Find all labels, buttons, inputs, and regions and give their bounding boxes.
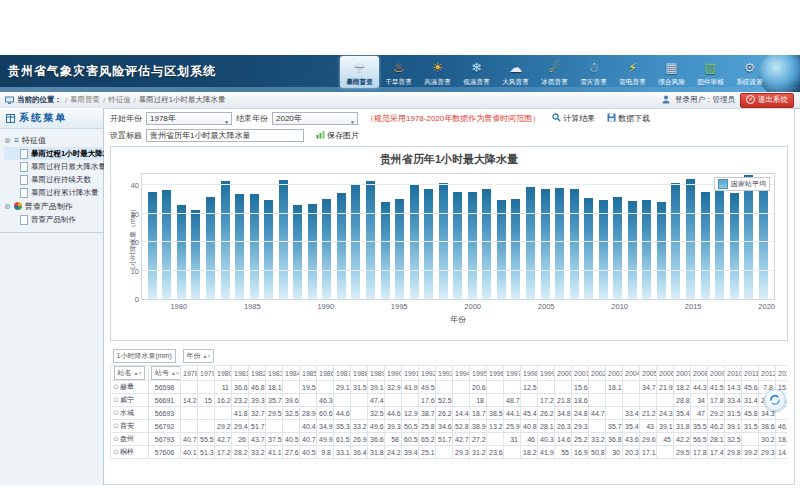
sidebar-item[interactable]: 普查产品制作 (4, 213, 103, 226)
year-column-header[interactable]: 1997 (504, 366, 521, 381)
radio-icon[interactable]: ⊙ (113, 435, 119, 442)
year-column-header[interactable]: 2003 (606, 366, 623, 381)
chart-bar-1996 (410, 185, 419, 299)
breadcrumb-item[interactable]: 暴雨过程1小时最大降水量 (139, 95, 226, 105)
start-year-select[interactable]: 1978年 ▼ (146, 112, 232, 125)
menu-group-1[interactable]: ⊛普查产品制作 (4, 199, 103, 213)
year-column-header[interactable]: 2001 (572, 366, 589, 381)
value-cell (487, 433, 504, 446)
year-column-header[interactable]: 1988 (351, 366, 368, 381)
year-column-header[interactable]: 1994 (453, 366, 470, 381)
sidebar-item[interactable]: 暴雨过程累计降水量 (4, 186, 103, 199)
menu-group-0[interactable]: ⊛≡特征值 (4, 133, 103, 147)
radio-icon[interactable]: ⊙ (113, 409, 119, 416)
radio-icon[interactable]: ⊙ (113, 396, 119, 403)
year-column-header[interactable]: 1981 (232, 366, 249, 381)
station-name: 水城 (120, 409, 134, 416)
toolbar-item-wind[interactable]: ☁大风普查 (496, 56, 535, 88)
year-column-header[interactable]: 1993 (436, 366, 453, 381)
year-column-header[interactable]: 1991 (402, 366, 419, 381)
year-column-header[interactable]: 2011 (742, 366, 759, 381)
collapse-icon[interactable]: ⊛ (4, 202, 11, 211)
value-cell (266, 420, 283, 433)
sidebar-header: 系统菜单 (0, 108, 103, 129)
year-column-header[interactable]: 2012 (759, 366, 776, 381)
sidebar-item[interactable]: 暴雨过程持续天数 (4, 173, 103, 186)
station-id-cell: 56693 (149, 407, 181, 420)
toolbar-item-heat[interactable]: ☀高温普查 (418, 56, 457, 88)
collapse-icon[interactable]: ⊛ (4, 136, 11, 145)
station-id-header-box[interactable]: 站号 ▲▼ (151, 366, 181, 380)
save-image-button[interactable]: 保存图片 (316, 130, 359, 141)
toolbar-item-cold[interactable]: ❄低温普查 (457, 56, 496, 88)
value-cell: 45.6 (742, 381, 759, 394)
value-cell (198, 420, 215, 433)
toolbar-item-risk[interactable]: ▦综合风险 (652, 56, 691, 88)
year-column-header[interactable]: 2010 (725, 366, 742, 381)
year-column-header[interactable]: 2007 (674, 366, 691, 381)
year-column-header[interactable]: 1982 (249, 366, 266, 381)
value-cell: 35.7 (606, 420, 623, 433)
toolbar-item-snow[interactable]: ☃雪灾普查 (574, 56, 613, 88)
year-column-header[interactable]: 1996 (487, 366, 504, 381)
translate-extension-fab[interactable] (764, 389, 786, 411)
year-column-header[interactable]: 1984 (283, 366, 300, 381)
chart-plot-wrap: 0102030401980198519901995200020052010201… (141, 173, 775, 300)
value-cell: 26.3 (555, 420, 572, 433)
year-column-header[interactable]: 2006 (657, 366, 674, 381)
station-id-header[interactable]: 站号 ▲▼ (149, 366, 181, 381)
logout-button[interactable]: ✕ 退出系统 (740, 93, 794, 108)
radio-icon[interactable]: ⊙ (113, 383, 119, 390)
value-cell: 9.8 (317, 446, 334, 459)
download-button[interactable]: 数据下载 (607, 113, 650, 124)
year-column-header[interactable]: 1987 (334, 366, 351, 381)
year-column-header[interactable]: 2000 (555, 366, 572, 381)
sidebar-item[interactable]: 暴雨过程1小时最大降水量 (4, 147, 103, 160)
year-column-header[interactable]: 1986 (317, 366, 334, 381)
year-column-header[interactable]: 1980 (215, 366, 232, 381)
radio-icon[interactable]: ⊙ (113, 422, 119, 429)
year-column-header[interactable]: 1992 (419, 366, 436, 381)
year-column-header[interactable]: 2004 (623, 366, 640, 381)
end-year-select[interactable]: 2020年 ▼ (272, 112, 358, 125)
value-cell: 50.8 (589, 446, 606, 459)
value-cell: 28.9 (300, 407, 317, 420)
year-column-header[interactable]: 2013 (776, 366, 788, 381)
breadcrumb-item[interactable]: 特征值 (108, 95, 131, 105)
station-name-header[interactable]: 站名 ▲▼ (111, 366, 149, 381)
lightning-icon: ⚡ (613, 58, 652, 77)
year-column-header[interactable]: 1995 (470, 366, 487, 381)
toolbar-item-map-audit[interactable]: ▧图件审核 (691, 56, 730, 88)
year-column-header[interactable]: 1983 (266, 366, 283, 381)
radio-icon[interactable]: ⊙ (113, 448, 119, 455)
year-column-header[interactable]: 1989 (368, 366, 385, 381)
year-column-header[interactable]: 1985 (300, 366, 317, 381)
year-column-header[interactable]: 1999 (538, 366, 555, 381)
sort-arrows-icon[interactable]: ▲▼ (171, 370, 179, 376)
value-cell: 38.5 (487, 407, 504, 420)
toolbar-item-rainstorm[interactable]: ☂暴雨普查 (340, 56, 379, 88)
sort-arrows-icon[interactable]: ▲▼ (202, 353, 210, 359)
year-column-header[interactable]: 2002 (589, 366, 606, 381)
chart-title-input[interactable] (146, 129, 304, 142)
sidebar-item[interactable]: 暴雨过程日最大降水量 (4, 160, 103, 173)
toolbar-item-drought[interactable]: ♨干旱普查 (379, 56, 418, 88)
toolbar-item-lightning[interactable]: ⚡雷电普查 (613, 56, 652, 88)
toolbar-item-settings[interactable]: ⚙系统设置 (730, 56, 769, 88)
year-column-header[interactable]: 2008 (691, 366, 708, 381)
calculate-button[interactable]: 计算结果 (552, 113, 595, 124)
sort-arrows-icon[interactable]: ▲▼ (134, 370, 142, 376)
year-column-header[interactable]: 1998 (521, 366, 538, 381)
year-sort-header[interactable]: 年份 ▲▼ (183, 349, 215, 363)
breadcrumb-item[interactable]: 暴雨普查 (70, 95, 100, 105)
year-column-header[interactable]: 2005 (640, 366, 657, 381)
year-column-header[interactable]: 1990 (385, 366, 402, 381)
toolbar-item-hail[interactable]: ☄冰雹普查 (535, 56, 574, 88)
map-audit-icon: ▧ (691, 58, 730, 77)
year-column-header[interactable]: 2009 (708, 366, 725, 381)
station-name-header-box[interactable]: 站名 ▲▼ (114, 366, 146, 380)
value-cell: 50.5 (402, 420, 419, 433)
year-column-header[interactable]: 1978 (181, 366, 198, 381)
toolbar-item-label: 低温普查 (458, 77, 495, 87)
year-column-header[interactable]: 1979 (198, 366, 215, 381)
